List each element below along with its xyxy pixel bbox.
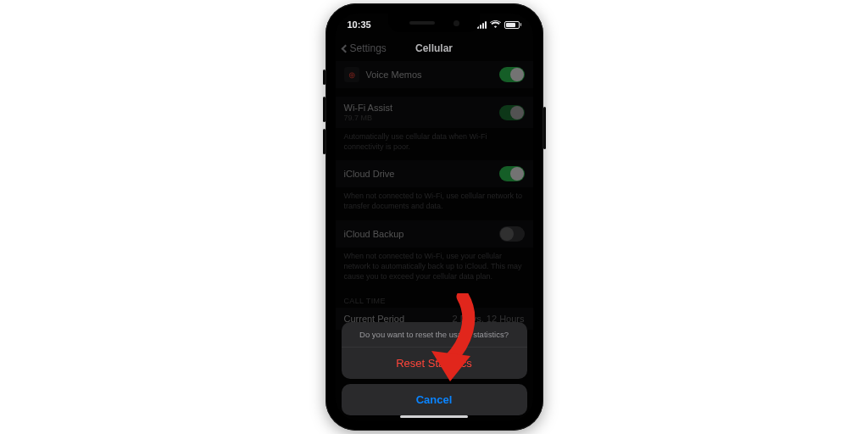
home-indicator[interactable]	[400, 415, 468, 418]
screen: 10:35 Settings Cellular	[336, 14, 533, 420]
toggle-icloud-backup[interactable]	[499, 226, 525, 242]
reset-statistics-button[interactable]: Reset Statistics	[342, 348, 527, 379]
row-label: iCloud Drive	[344, 169, 395, 179]
action-sheet: Do you want to reset the usage statistic…	[342, 322, 527, 415]
volume-up-button[interactable]	[323, 97, 326, 122]
page-title: Cellular	[415, 42, 453, 54]
footer-icloud-backup: When not connected to Wi-Fi, use your ce…	[336, 248, 533, 290]
nav-bar: Settings Cellular	[336, 36, 533, 61]
action-sheet-message: Do you want to reset the usage statistic…	[342, 322, 527, 348]
footer-icloud-drive: When not connected to Wi-Fi, use cellula…	[336, 187, 533, 220]
action-sheet-group: Do you want to reset the usage statistic…	[342, 322, 527, 379]
clock: 10:35	[348, 19, 371, 30]
notch	[388, 14, 480, 32]
chevron-left-icon	[341, 44, 349, 53]
toggle-icloud-drive[interactable]	[499, 166, 525, 181]
back-label: Settings	[350, 42, 387, 54]
toggle-wifi-assist[interactable]	[499, 105, 525, 120]
wifi-icon	[490, 20, 501, 29]
voice-memos-icon: ⊕	[344, 67, 359, 82]
row-label: Wi-Fi Assist	[344, 103, 392, 113]
row-wifi-assist[interactable]: Wi-Fi Assist 79.7 MB	[336, 97, 533, 128]
row-label: iCloud Backup	[344, 229, 404, 239]
section-header-call-time: CALL TIME	[336, 290, 533, 308]
toggle-voice-memos[interactable]	[499, 67, 525, 82]
row-icloud-drive[interactable]: iCloud Drive	[336, 160, 533, 187]
volume-down-button[interactable]	[323, 129, 326, 154]
front-camera	[453, 20, 459, 26]
row-sublabel: 79.7 MB	[344, 114, 392, 122]
footer-wifi-assist: Automatically use cellular data when Wi-…	[336, 128, 533, 160]
earpiece	[409, 21, 435, 25]
back-button[interactable]: Settings	[342, 42, 387, 54]
iphone-frame: 10:35 Settings Cellular	[326, 3, 543, 431]
row-label: Voice Memos	[366, 70, 422, 80]
row-icloud-backup[interactable]: iCloud Backup	[336, 220, 533, 248]
row-voice-memos[interactable]: ⊕ Voice Memos	[336, 61, 533, 88]
battery-icon	[504, 21, 521, 29]
cancel-button[interactable]: Cancel	[342, 384, 527, 415]
power-button[interactable]	[543, 107, 546, 149]
mute-switch[interactable]	[323, 70, 326, 85]
